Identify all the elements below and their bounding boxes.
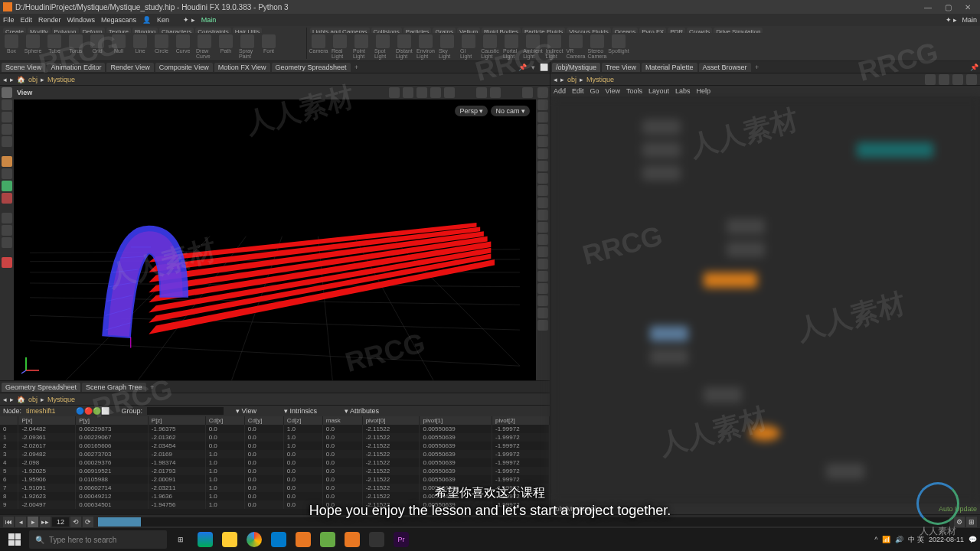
tab-network[interactable]: /obj/Mystique: [552, 63, 600, 72]
display-opt-16[interactable]: [537, 271, 548, 282]
table-row[interactable]: 1-2.093610.00229067-2.013620.00.01.00.0-…: [0, 433, 550, 442]
net-back[interactable]: ◂: [554, 76, 557, 83]
network-editor[interactable]: [550, 96, 980, 504]
net-menu-layout[interactable]: Layout: [648, 87, 669, 95]
shelf-tab[interactable]: Create: [3, 28, 26, 33]
table-row[interactable]: 6-1.959060.0105988-2.000911.00.00.00.0-2…: [0, 475, 550, 484]
tray-net-icon[interactable]: 📶: [882, 536, 890, 543]
tray-vol-icon[interactable]: 🔊: [895, 536, 903, 543]
shelf-tab[interactable]: Lights and Cameras: [310, 28, 370, 33]
display-opt-15[interactable]: [537, 259, 548, 269]
shelf-tool[interactable]: Spot Light: [374, 34, 391, 59]
display-opt-8[interactable]: [537, 173, 548, 184]
maximize-pane-icon[interactable]: ⬜: [539, 63, 548, 72]
tool-7-icon[interactable]: [2, 168, 12, 179]
shelf-tool[interactable]: Box: [3, 34, 20, 59]
display-opt-4[interactable]: [537, 124, 548, 135]
snap-tool-icon[interactable]: [2, 213, 12, 223]
table-row[interactable]: 2-2.026170.00165606-2.034540.00.01.00.0-…: [0, 442, 550, 450]
net-opt-3[interactable]: [952, 74, 963, 85]
tl-btn-a[interactable]: ⟲: [70, 517, 81, 527]
shelf-tab[interactable]: Viscous Fluids: [567, 28, 610, 33]
vp-btn-1[interactable]: [389, 87, 400, 98]
col-header[interactable]: Cd[x]: [205, 416, 244, 425]
menu-file[interactable]: File: [3, 16, 15, 24]
display-opt-14[interactable]: [537, 246, 548, 257]
shelf-tab[interactable]: Drive Simulation: [714, 28, 763, 33]
display-opt-12[interactable]: [537, 222, 548, 233]
tab-render-view[interactable]: Render View: [106, 63, 153, 72]
display-opt-7[interactable]: [537, 161, 548, 171]
table-row[interactable]: 4-2.0980.00029376-1.983741.00.00.00.0-2.…: [0, 458, 550, 467]
display-opt-6[interactable]: [537, 148, 548, 159]
app-chrome[interactable]: [243, 529, 265, 550]
app-5[interactable]: [292, 529, 314, 550]
net-menu-view[interactable]: View: [606, 87, 620, 95]
group-input[interactable]: [147, 407, 224, 415]
display-opt-9[interactable]: [537, 185, 548, 196]
net-menu-labs[interactable]: Labs: [675, 87, 691, 95]
scale-tool-icon[interactable]: [2, 124, 12, 135]
maximize-button[interactable]: ▢: [939, 1, 957, 13]
display-opt-20[interactable]: [537, 320, 548, 331]
shelf-tab[interactable]: Rigid Bodies: [482, 28, 521, 33]
shelf-tool[interactable]: Circle: [153, 34, 170, 59]
shelf-tool[interactable]: Real Light: [332, 34, 348, 59]
col-header[interactable]: P[x]: [18, 416, 76, 425]
nav-fwd2[interactable]: ▸: [10, 396, 14, 403]
table-row[interactable]: 5-1.920250.00919521-2.017931.00.00.00.0-…: [0, 467, 550, 475]
display-opt-5[interactable]: [537, 136, 548, 147]
shelf-tool[interactable]: Stereo Camera: [589, 34, 606, 59]
shelf-tab[interactable]: PDR: [668, 28, 685, 33]
shelf-tool[interactable]: Font: [260, 34, 277, 59]
shelf-tool[interactable]: VR Camera: [567, 34, 584, 59]
shelf-tab[interactable]: Constraints: [195, 28, 230, 33]
shelf-tool[interactable]: Environ Light: [417, 34, 434, 59]
tl-btn-b[interactable]: ⟳: [83, 517, 93, 527]
shelf-tool[interactable]: Null: [110, 34, 127, 59]
net-pin-icon[interactable]: 📌: [969, 63, 978, 72]
shelf-tool[interactable]: Grid: [89, 34, 106, 59]
cam-badge[interactable]: No cam ▾: [491, 106, 530, 116]
net-opt-1[interactable]: [925, 74, 936, 85]
col-header[interactable]: Cd[z]: [283, 416, 322, 425]
shelf-tool[interactable]: Line: [132, 34, 149, 59]
shelf-tool[interactable]: Curve: [175, 34, 191, 59]
display-opt-2[interactable]: [537, 99, 548, 110]
rotate-tool-icon[interactable]: [2, 112, 12, 122]
app-edge[interactable]: [194, 529, 216, 550]
shelf-tool[interactable]: Point Light: [353, 34, 370, 59]
app-8[interactable]: [366, 529, 387, 550]
tool-5-icon[interactable]: [2, 136, 12, 147]
path-obj[interactable]: obj: [28, 76, 38, 83]
vp-btn-6[interactable]: [476, 87, 487, 98]
display-opt-1[interactable]: [537, 87, 548, 98]
3d-viewport[interactable]: Persp ▾ No cam ▾: [14, 99, 536, 380]
shelf-tool[interactable]: Portal Light: [503, 34, 520, 59]
net-fwd[interactable]: ▸: [560, 76, 564, 83]
shelf-tool[interactable]: Ambient Light: [524, 34, 541, 59]
tool-9-icon[interactable]: [2, 193, 12, 204]
shelf-tab[interactable]: Deform: [80, 28, 105, 33]
nav-home-icon[interactable]: 🏠: [17, 76, 25, 83]
shelf-tool[interactable]: Spray Paint: [239, 34, 256, 59]
net-opt-4[interactable]: [966, 74, 977, 85]
shelf-tab[interactable]: Rigging: [132, 28, 158, 33]
path-mystique[interactable]: Mystique: [47, 76, 75, 83]
shelf-tool[interactable]: Caustic Light: [482, 34, 498, 59]
display-opt-19[interactable]: [537, 308, 548, 318]
net-menu-help[interactable]: Help: [696, 87, 710, 95]
col-header[interactable]: pivot[1]: [420, 416, 492, 425]
shelf-tab[interactable]: Oceans: [612, 28, 639, 33]
shelf-tab[interactable]: Crowds: [687, 28, 712, 33]
display-opt-18[interactable]: [537, 295, 548, 306]
shelf-tab[interactable]: Grains: [433, 28, 456, 33]
next-frame-button[interactable]: ▸▸: [40, 517, 51, 527]
persp-badge[interactable]: Persp ▾: [455, 106, 488, 116]
display-opt-3[interactable]: [537, 112, 548, 122]
tab-anim-editor[interactable]: Animation Editor: [47, 63, 105, 72]
display-opt-10[interactable]: [537, 197, 548, 208]
menu-windows[interactable]: Windows: [67, 16, 96, 24]
vp-btn-7[interactable]: [490, 87, 501, 98]
shelf-tool[interactable]: Sphere: [24, 34, 41, 59]
